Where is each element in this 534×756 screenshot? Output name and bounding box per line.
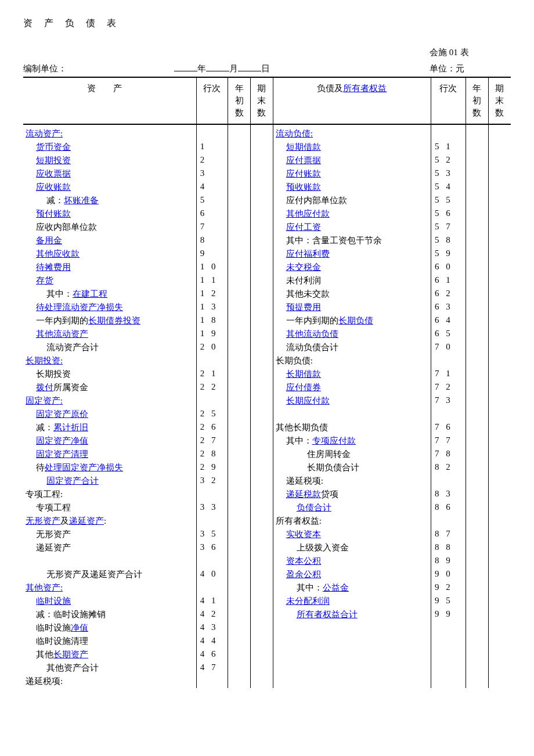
asset-link[interactable]: 应收票据 xyxy=(36,169,71,178)
table-row: 减：坏账准备5应付内部单位款5 5 xyxy=(23,194,511,207)
asset-link[interactable]: 其他流动资产 xyxy=(36,329,88,339)
asset-link[interactable]: 固定资产净值 xyxy=(36,436,88,445)
asset-link[interactable]: 递延资产 xyxy=(69,516,104,525)
table-row: 临时设施4 1未分配利润9 5 xyxy=(23,595,511,608)
col-end: 期末数 xyxy=(257,84,266,117)
table-row: 其他长期资产4 6 xyxy=(23,648,511,661)
asset-link[interactable]: 临时设施 xyxy=(36,596,71,606)
table-row: 一年内到期的长期债券投资1 8一年内到期的长期负债6 4 xyxy=(23,314,511,327)
table-row: 固定资产:长期应付款7 3 xyxy=(23,394,511,408)
asset-link[interactable]: 备用金 xyxy=(36,236,62,245)
asset-link[interactable]: 长期投资: xyxy=(26,356,63,365)
table-row: 固定资产清理2 8住房周转金7 8 xyxy=(23,448,511,461)
table-row: 预付账款6其他应付款5 6 xyxy=(23,207,511,221)
liab-link[interactable]: 应付票据 xyxy=(286,156,321,165)
table-row: 无形资产及递延资产:所有者权益: xyxy=(23,514,511,528)
table-row: 专项工程:递延税款贷项8 3 xyxy=(23,488,511,501)
unit-label: 单位：元 xyxy=(430,63,511,74)
asset-link[interactable]: 其他应收款 xyxy=(36,249,80,258)
table-row: 长期投资2 1长期借款7 1 xyxy=(23,368,511,381)
liab-link[interactable]: 短期借款 xyxy=(286,142,321,152)
table-row: 待处理流动资产净损失1 3预提费用6 3 xyxy=(23,301,511,314)
liab-link[interactable]: 其他应付款 xyxy=(286,209,330,218)
liab-link[interactable]: 未分配利润 xyxy=(286,596,330,606)
table-row: 备用金8其中：含量工资包干节余5 8 xyxy=(23,234,511,247)
table-row: 流动资产:流动负债: xyxy=(23,124,511,141)
asset-link[interactable]: 固定资产合计 xyxy=(46,476,99,485)
asset-link[interactable]: 长期债券投资 xyxy=(88,316,140,325)
table-row: 无形资产及递延资产合计4 0盈余公积9 0 xyxy=(23,568,511,581)
table-row: 减：累计折旧2 6其他长期负债7 6 xyxy=(23,421,511,434)
asset-link[interactable]: 累计折旧 xyxy=(53,423,88,432)
liab-link[interactable]: 应付福利费 xyxy=(286,249,330,258)
table-row: 货币资金1短期借款5 1 xyxy=(23,141,511,154)
asset-link[interactable]: 在建工程 xyxy=(73,289,107,298)
org-label: 编制单位： xyxy=(23,63,151,74)
liab-link[interactable]: 预收账款 xyxy=(286,182,321,192)
asset-link[interactable]: 处理固定资产净损失 xyxy=(45,463,123,472)
asset-link[interactable]: 固定资产: xyxy=(26,396,63,405)
asset-link[interactable]: 预付账款 xyxy=(36,209,71,218)
liab-link[interactable]: 其他流动负债 xyxy=(286,329,338,339)
table-row: 其中：在建工程1 2其他未交款6 2 xyxy=(23,287,511,301)
table-row: 拨付所属资金2 2应付债券7 2 xyxy=(23,381,511,394)
liab-link[interactable]: 所有者权益合计 xyxy=(297,610,358,619)
asset-link[interactable]: 坏账准备 xyxy=(64,196,99,205)
table-row: 固定资产净值2 7其中：专项应付款7 7 xyxy=(23,434,511,448)
table-row: 存货1 1未付利润6 1 xyxy=(23,274,511,287)
asset-link[interactable]: 固定资产原价 xyxy=(36,409,88,419)
liab-link[interactable]: 未交税金 xyxy=(286,262,321,272)
asset-link[interactable]: 货币资金 xyxy=(36,142,71,152)
liab-link[interactable]: 应付账款 xyxy=(286,169,321,178)
asset-link[interactable]: 无形资产 xyxy=(26,516,60,525)
asset-link[interactable]: 存货 xyxy=(36,276,53,285)
table-row: 临时设施净值4 3 xyxy=(23,621,511,635)
liab-link[interactable]: 应付债券 xyxy=(286,383,321,392)
table-row: 其他资产合计4 7 xyxy=(23,661,511,675)
asset-link[interactable]: 长期资产 xyxy=(53,650,88,659)
table-row: 待摊费用1 0未交税金6 0 xyxy=(23,261,511,274)
table-row: 应收账款4预收账款5 4 xyxy=(23,181,511,194)
owner-equity-link[interactable]: 所有者权益 xyxy=(343,84,387,93)
table-row: 资本公积8 9 xyxy=(23,555,511,568)
liab-link[interactable]: 长期应付款 xyxy=(286,396,330,405)
table-row: 其他资产:其中：公益金9 2 xyxy=(23,581,511,595)
asset-link[interactable]: 流动资产: xyxy=(26,129,63,138)
liab-link[interactable]: 长期负债 xyxy=(338,316,373,325)
liab-link[interactable]: 长期借款 xyxy=(286,369,321,379)
table-row: 流动资产合计2 0流动负债合计7 0 xyxy=(23,341,511,354)
table-row: 固定资产合计3 2递延税项: xyxy=(23,474,511,488)
table-row: 应收内部单位款7应付工资5 7 xyxy=(23,221,511,234)
table-row: 专项工程3 3负债合计8 6 xyxy=(23,501,511,514)
asset-link[interactable]: 固定资产清理 xyxy=(36,449,88,459)
date-area: 年月日 xyxy=(151,62,430,74)
table-header-row: 资产 行次 年初数 期末数 负债及所有者权益 行次 年初数 期末数 xyxy=(23,77,511,124)
asset-link[interactable]: 待处理流动资产净损失 xyxy=(36,303,123,312)
table-row: 固定资产原价2 5 xyxy=(23,408,511,421)
liab-link[interactable]: 资本公积 xyxy=(286,556,321,566)
liab-link[interactable]: 流动负债: xyxy=(276,129,313,138)
page-title: 资 产 负 债 表 xyxy=(23,17,511,30)
liab-link[interactable]: 负债合计 xyxy=(297,503,331,512)
table-row: 短期投资2应付票据5 2 xyxy=(23,154,511,167)
asset-link[interactable]: 应收账款 xyxy=(36,182,71,192)
liab-link[interactable]: 实收资本 xyxy=(286,530,321,539)
asset-link[interactable]: 净值 xyxy=(71,623,88,632)
asset-link[interactable]: 短期投资 xyxy=(36,156,71,165)
liab-link[interactable]: 递延税款 xyxy=(286,489,321,499)
liab-link[interactable]: 专项应付款 xyxy=(312,436,356,445)
col-begin: 年初数 xyxy=(235,84,244,117)
asset-link[interactable]: 其他资产: xyxy=(26,583,63,592)
asset-link[interactable]: 拨付 xyxy=(36,383,53,392)
table-row: 其他应收款9应付福利费5 9 xyxy=(23,247,511,261)
table-row: 应收票据3应付账款5 3 xyxy=(23,167,511,181)
table-row: 长期投资:长期负债: xyxy=(23,354,511,368)
liab-link[interactable]: 公益金 xyxy=(323,583,349,592)
asset-link[interactable]: 待摊费用 xyxy=(36,262,71,272)
liab-link[interactable]: 盈余公积 xyxy=(286,570,321,579)
liab-link[interactable]: 应付工资 xyxy=(286,222,321,232)
table-row: 其他流动资产1 9其他流动负债6 5 xyxy=(23,327,511,341)
balance-sheet-table: 资产 行次 年初数 期末数 负债及所有者权益 行次 年初数 期末数 流动资产:流… xyxy=(23,77,511,688)
liab-link[interactable]: 预提费用 xyxy=(286,303,321,312)
table-row: 递延税项: xyxy=(23,675,511,688)
